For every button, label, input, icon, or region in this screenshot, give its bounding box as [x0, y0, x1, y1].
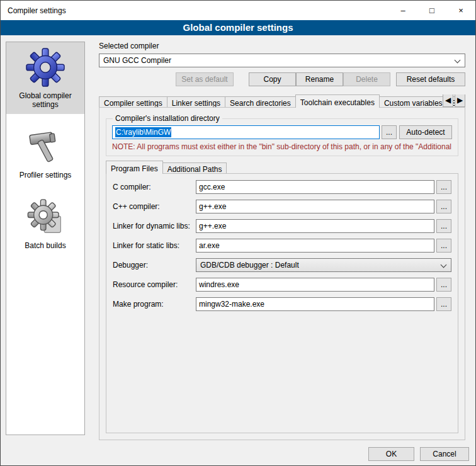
dynamic-libs-linker-input[interactable]: g++.exe	[196, 219, 434, 233]
dialog-footer: OK Cancel	[368, 447, 469, 461]
c-compiler-value: gcc.exe	[199, 183, 225, 191]
field-label: Make program:	[113, 300, 196, 309]
field-row: C++ compiler: g++.exe ...	[113, 200, 451, 213]
installation-directory-value: C:\raylib\MinGW	[115, 127, 171, 137]
directory-note: NOTE: All programs must exist either in …	[112, 142, 452, 151]
field-row: Linker for static libs: ar.exe ...	[113, 239, 451, 253]
window-title: Compiler settings	[1, 6, 66, 15]
field-row: C compiler: gcc.exe ...	[113, 180, 451, 194]
installation-directory-label: Compiler's installation directory	[113, 114, 222, 123]
dynamic-libs-linker-value: g++.exe	[199, 222, 226, 230]
compiler-settings-window: Compiler settings – □ × Global compiler …	[0, 0, 476, 466]
dialog-content: Global compiler settings	[1, 35, 475, 466]
selected-compiler-select[interactable]: GNU GCC Compiler	[99, 54, 465, 67]
static-libs-linker-value: ar.exe	[199, 241, 220, 250]
tab-scroll-left-icon[interactable]: ◀	[443, 94, 453, 107]
settings-sidebar: Global compiler settings	[6, 42, 85, 435]
tab-compiler-settings[interactable]: Compiler settings	[99, 96, 167, 108]
window-controls: – □ ×	[388, 1, 475, 20]
profiler-icon	[25, 127, 65, 167]
browse-button[interactable]: ...	[436, 297, 451, 311]
tab-scrollers: ◀ ▶	[443, 94, 465, 107]
settings-tabs: Compiler settings Linker settings Search…	[99, 94, 465, 440]
browse-button[interactable]: ...	[436, 200, 451, 213]
main-panel: Selected compiler GNU GCC Compiler Set a…	[94, 35, 470, 440]
subtab-additional-paths[interactable]: Additional Paths	[162, 162, 227, 174]
tab-linker-settings[interactable]: Linker settings	[167, 96, 225, 108]
field-label: Debugger:	[113, 261, 196, 270]
gear-icon	[25, 47, 65, 88]
selected-compiler-label: Selected compiler	[99, 42, 465, 50]
field-row: Debugger: GDB/CDB debugger : Default	[113, 258, 451, 272]
page-title: Global compiler settings	[1, 20, 475, 35]
tab-search-directories[interactable]: Search directories	[225, 96, 296, 108]
reset-defaults-button[interactable]: Reset defaults	[396, 72, 465, 86]
browse-button[interactable]: ...	[436, 239, 451, 253]
tab-strip: Compiler settings Linker settings Search…	[99, 94, 465, 108]
chevron-down-icon	[455, 57, 461, 64]
field-label: C compiler:	[113, 183, 196, 191]
sidebar-item-global-compiler-settings[interactable]: Global compiler settings	[6, 42, 84, 114]
title-bar: Compiler settings – □ ×	[1, 1, 475, 20]
close-icon[interactable]: ×	[446, 1, 475, 20]
cancel-button[interactable]: Cancel	[420, 447, 469, 461]
rename-button[interactable]: Rename	[296, 72, 343, 86]
field-row: Make program: mingw32-make.exe ...	[113, 297, 451, 311]
sidebar-item-batch-builds[interactable]: Batch builds	[6, 192, 84, 255]
c-compiler-input[interactable]: gcc.exe	[196, 180, 434, 194]
auto-detect-button[interactable]: Auto-detect	[399, 125, 452, 139]
browse-button[interactable]: ...	[436, 278, 451, 292]
minimize-icon[interactable]: –	[388, 1, 417, 20]
browse-button[interactable]: ...	[436, 180, 451, 194]
set-as-default-button[interactable]: Set as default	[176, 72, 234, 86]
subtab-strip: Program Files Additional Paths	[106, 161, 458, 174]
field-label: Linker for static libs:	[113, 241, 196, 250]
field-label: Linker for dynamic libs:	[113, 222, 196, 230]
sidebar-item-label: Profiler settings	[20, 171, 72, 179]
batch-builds-icon	[25, 197, 65, 237]
compiler-actions: Set as default Copy Rename Delete Reset …	[99, 72, 465, 86]
make-program-value: mingw32-make.exe	[199, 300, 264, 309]
subtab-program-files[interactable]: Program Files	[106, 161, 163, 174]
static-libs-linker-input[interactable]: ar.exe	[196, 239, 434, 253]
sidebar-item-profiler-settings[interactable]: Profiler settings	[6, 122, 84, 185]
chevron-down-icon	[441, 262, 447, 268]
browse-button[interactable]: ...	[436, 219, 451, 233]
tab-toolchain-executables[interactable]: Toolchain executables	[295, 94, 380, 108]
tab-custom-variables[interactable]: Custom variables	[379, 96, 448, 108]
field-row: Linker for dynamic libs: g++.exe ...	[113, 219, 451, 233]
copy-button[interactable]: Copy	[249, 72, 296, 86]
program-files-panel: C compiler: gcc.exe ... C++ compiler: g+…	[106, 173, 458, 433]
installation-directory-group: Compiler's installation directory C:\ray…	[106, 114, 458, 156]
resource-compiler-input[interactable]: windres.exe	[196, 278, 434, 292]
selected-compiler-value: GNU GCC Compiler	[103, 56, 171, 65]
installation-directory-input[interactable]: C:\raylib\MinGW	[112, 125, 380, 139]
make-program-input[interactable]: mingw32-make.exe	[196, 297, 434, 311]
cpp-compiler-input[interactable]: g++.exe	[196, 200, 434, 213]
resource-compiler-value: windres.exe	[199, 280, 239, 289]
debugger-select[interactable]: GDB/CDB debugger : Default	[196, 258, 451, 272]
delete-button[interactable]: Delete	[343, 72, 390, 86]
field-label: C++ compiler:	[113, 202, 196, 211]
cpp-compiler-value: g++.exe	[199, 202, 226, 211]
field-row: Resource compiler: windres.exe ...	[113, 278, 451, 292]
debugger-value: GDB/CDB debugger : Default	[200, 261, 299, 270]
toolchain-executables-panel: Compiler's installation directory C:\ray…	[99, 107, 465, 440]
installation-directory-row: C:\raylib\MinGW ... Auto-detect	[112, 125, 452, 139]
directory-browse-button[interactable]: ...	[382, 125, 397, 139]
sidebar-item-label: Batch builds	[25, 241, 65, 250]
maximize-icon[interactable]: □	[417, 1, 446, 20]
tab-scroll-right-icon[interactable]: ▶	[455, 94, 465, 107]
ok-button[interactable]: OK	[368, 447, 414, 461]
field-label: Resource compiler:	[113, 280, 196, 289]
sidebar-item-label: Global compiler settings	[8, 91, 83, 109]
